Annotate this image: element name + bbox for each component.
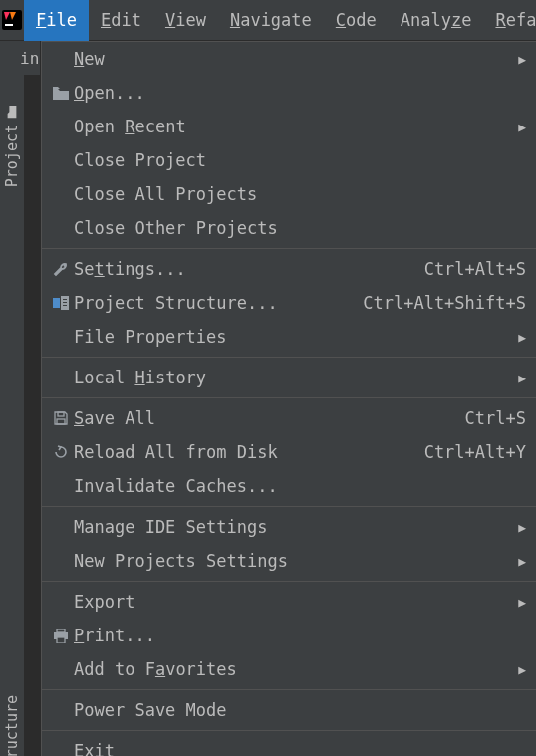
- menu-label: Project Structure...: [74, 293, 363, 313]
- menu-item-add-to-favorites[interactable]: Add to Favorites ▶: [42, 652, 536, 686]
- menu-label: Save All: [74, 408, 465, 428]
- menu-view[interactable]: View: [153, 0, 218, 41]
- menu-item-project-structure[interactable]: Project Structure... Ctrl+Alt+Shift+S: [42, 286, 536, 320]
- menu-label: Close All Projects: [74, 184, 526, 204]
- menu-code[interactable]: Code: [324, 0, 389, 41]
- svg-rect-7: [58, 412, 64, 416]
- svg-rect-5: [63, 302, 67, 303]
- menu-item-reload-from-disk[interactable]: Reload All from Disk Ctrl+Alt+Y: [42, 435, 536, 469]
- submenu-arrow-icon: ▶: [518, 520, 526, 535]
- menu-label: Export: [74, 592, 518, 612]
- menu-analyze[interactable]: Analyze: [389, 0, 484, 41]
- menu-item-open-recent[interactable]: Open Recent ▶: [42, 110, 536, 143]
- separator: [42, 248, 536, 249]
- separator: [42, 506, 536, 507]
- folder-icon: [50, 83, 72, 103]
- menu-label: File Properties: [74, 327, 518, 347]
- shortcut: Ctrl+Alt+Y: [424, 442, 526, 462]
- print-icon: [50, 626, 72, 645]
- menu-item-export[interactable]: Export ▶: [42, 585, 536, 619]
- menu-label: Settings...: [74, 259, 424, 279]
- empty-icon: [50, 117, 72, 136]
- submenu-arrow-icon: ▶: [518, 52, 526, 67]
- svg-rect-1: [5, 24, 13, 26]
- menu-item-open[interactable]: Open...: [42, 76, 536, 110]
- menu-label: New Projects Settings: [74, 551, 518, 571]
- empty-icon: [50, 49, 72, 69]
- menu-label: New: [74, 49, 518, 69]
- side-tab-project-label: Project: [3, 125, 21, 187]
- shortcut: Ctrl+S: [465, 408, 526, 428]
- wrench-icon: [50, 259, 72, 279]
- side-tab-structure[interactable]: ructure: [0, 683, 24, 756]
- separator: [42, 689, 536, 690]
- content-area: in Project ructure New ▶ Open... Open Re…: [0, 41, 536, 756]
- menu-edit[interactable]: Edit: [89, 0, 153, 41]
- svg-rect-8: [57, 419, 65, 424]
- menu-item-new-projects-settings[interactable]: New Projects Settings ▶: [42, 544, 536, 578]
- menu-label: Invalidate Caches...: [74, 476, 526, 496]
- menu-item-close-other-projects[interactable]: Close Other Projects: [42, 211, 536, 245]
- menu-item-save-all[interactable]: Save All Ctrl+S: [42, 401, 536, 435]
- menubar: File Edit View Navigate Code Analyze Ref…: [0, 0, 536, 41]
- menu-item-new[interactable]: New ▶: [42, 42, 536, 76]
- separator: [42, 730, 536, 731]
- menu-item-close-all-projects[interactable]: Close All Projects: [42, 177, 536, 211]
- separator: [42, 357, 536, 358]
- side-tab-structure-label: ructure: [3, 695, 21, 756]
- submenu-arrow-icon: ▶: [518, 120, 526, 134]
- empty-icon: [50, 476, 72, 496]
- menu-label: Reload All from Disk: [74, 442, 424, 462]
- intellij-icon: [0, 8, 24, 32]
- menu-item-power-save-mode[interactable]: Power Save Mode: [42, 693, 536, 727]
- file-dropdown-menu: New ▶ Open... Open Recent ▶ Close Projec…: [41, 41, 536, 756]
- shortcut: Ctrl+Alt+Shift+S: [363, 293, 526, 313]
- menu-item-exit[interactable]: Exit: [42, 734, 536, 756]
- reload-icon: [50, 442, 72, 462]
- save-icon: [50, 408, 72, 428]
- menu-item-manage-ide-settings[interactable]: Manage IDE Settings ▶: [42, 510, 536, 544]
- tab-bar: in: [0, 41, 40, 75]
- menu-label: Add to Favorites: [74, 659, 518, 679]
- side-tab-project[interactable]: Project: [0, 93, 24, 199]
- menu-item-local-history[interactable]: Local History ▶: [42, 361, 536, 394]
- tab-label: in: [20, 49, 39, 68]
- menu-navigate[interactable]: Navigate: [218, 0, 324, 41]
- menu-label: Close Project: [74, 150, 526, 170]
- menu-label: Open...: [74, 83, 526, 103]
- empty-icon: [50, 700, 72, 720]
- side-panels: Project ructure: [0, 75, 25, 756]
- menu-file[interactable]: File: [24, 0, 89, 41]
- svg-rect-11: [57, 637, 65, 643]
- menu-label: Local History: [74, 368, 518, 387]
- menu-item-close-project[interactable]: Close Project: [42, 143, 536, 177]
- submenu-arrow-icon: ▶: [518, 595, 526, 610]
- menu-item-settings[interactable]: Settings... Ctrl+Alt+S: [42, 252, 536, 286]
- separator: [42, 397, 536, 398]
- empty-icon: [50, 517, 72, 537]
- menu-label: Close Other Projects: [74, 218, 526, 238]
- empty-icon: [50, 551, 72, 571]
- empty-icon: [50, 741, 72, 756]
- empty-icon: [50, 659, 72, 679]
- menu-refactor[interactable]: Refa: [483, 0, 536, 41]
- empty-icon: [50, 592, 72, 612]
- empty-icon: [50, 368, 72, 387]
- app-icon: [0, 0, 24, 41]
- menu-label: Power Save Mode: [74, 700, 526, 720]
- empty-icon: [50, 184, 72, 204]
- empty-icon: [50, 218, 72, 238]
- submenu-arrow-icon: ▶: [518, 371, 526, 385]
- menu-label: Open Recent: [74, 117, 518, 136]
- separator: [42, 581, 536, 582]
- menu-label: Manage IDE Settings: [74, 517, 518, 537]
- submenu-arrow-icon: ▶: [518, 330, 526, 345]
- menu-item-file-properties[interactable]: File Properties ▶: [42, 320, 536, 354]
- menu-label: Exit: [74, 741, 526, 756]
- menu-item-print[interactable]: Print...: [42, 619, 536, 652]
- menu-item-invalidate-caches[interactable]: Invalidate Caches...: [42, 469, 536, 503]
- empty-icon: [50, 150, 72, 170]
- shortcut: Ctrl+Alt+S: [424, 259, 526, 279]
- submenu-arrow-icon: ▶: [518, 662, 526, 677]
- menu-label: Print...: [74, 626, 526, 645]
